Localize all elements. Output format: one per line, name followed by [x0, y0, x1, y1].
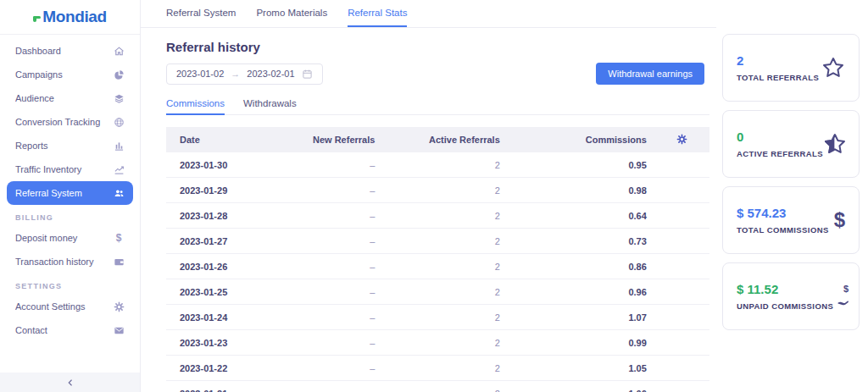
cell-active-referrals: 2	[383, 203, 508, 229]
sidebar-item-deposit-money[interactable]: Deposit money $	[7, 226, 133, 250]
sidebar-section-settings: SETTINGS	[7, 273, 133, 295]
table-row: 2023-01-27 – 2 0.73	[166, 229, 709, 254]
cell-commissions: 0.64	[509, 203, 655, 229]
subtab-withdrawals[interactable]: Withdrawals	[243, 93, 297, 115]
hand-dollar-icon: $	[833, 284, 854, 308]
table-header-row: Date New Referrals Active Referrals Comm…	[166, 127, 709, 152]
cell-new-referrals: –	[275, 254, 383, 279]
globe-icon	[113, 117, 125, 128]
calendar-icon	[302, 69, 313, 80]
cell-empty	[655, 178, 709, 203]
sidebar-item-conversion-tracking[interactable]: Conversion Tracking	[7, 110, 133, 134]
mondiad-logo[interactable]: Mondiad	[0, 0, 140, 35]
tab-promo-materials[interactable]: Promo Materials	[256, 0, 327, 27]
withdrawal-earnings-button[interactable]: Withdrawal earnings	[596, 63, 704, 85]
cell-new-referrals: –	[275, 229, 383, 254]
sidebar-item-contact[interactable]: Contact	[7, 318, 133, 342]
referral-history-section: Referral history 2023-01-02 → 2023-02-01…	[141, 28, 716, 392]
stat-value: 0	[737, 130, 823, 144]
toolbar: 2023-01-02 → 2023-02-01 Withdrawal earni…	[166, 63, 709, 85]
cell-empty	[655, 305, 709, 330]
tab-referral-system[interactable]: Referral System	[166, 0, 236, 27]
cell-commissions: 1.07	[509, 305, 655, 330]
dollar-sign-icon: $	[834, 208, 845, 232]
star-half-icon	[823, 132, 847, 156]
cell-date: 2023-01-22	[166, 356, 275, 381]
tab-referral-stats[interactable]: Referral Stats	[348, 0, 407, 27]
cell-date: 2023-01-25	[166, 279, 275, 305]
cell-empty	[655, 381, 709, 392]
stat-label: ACTIVE REFERRALS	[737, 149, 823, 158]
date-range-picker[interactable]: 2023-01-02 → 2023-02-01	[166, 63, 323, 85]
sidebar: Mondiad Dashboard Campaigns Audience Con…	[0, 0, 141, 392]
cell-commissions: 0.86	[509, 254, 655, 279]
cell-new-referrals: –	[275, 279, 383, 305]
table-row: 2023-01-22 – 2 1.05	[166, 356, 709, 381]
sidebar-collapse-button[interactable]	[0, 373, 140, 392]
sidebar-item-account-settings[interactable]: Account Settings	[7, 295, 133, 318]
cell-active-referrals: 2	[383, 152, 508, 178]
sidebar-item-transaction-history[interactable]: Transaction history	[7, 250, 133, 273]
cell-date: 2023-01-27	[166, 229, 275, 254]
column-header-settings	[655, 127, 709, 152]
cell-active-referrals: 2	[383, 381, 508, 392]
stat-card-total-commissions: $ 574.23 TOTAL COMMISSIONS $	[722, 186, 860, 254]
column-header-date: Date	[166, 127, 275, 152]
sidebar-item-label: Referral System	[15, 188, 113, 198]
sidebar-item-label: Account Settings	[15, 301, 113, 312]
cell-date: 2023-01-29	[166, 178, 275, 203]
cell-commissions: 1.05	[509, 356, 655, 381]
sidebar-item-audience[interactable]: Audience	[7, 86, 133, 110]
cell-active-referrals: 2	[383, 254, 508, 279]
table-row: 2023-01-24 – 2 1.07	[166, 305, 709, 330]
bar-chart-icon	[113, 141, 125, 152]
table-row: 2023-01-26 – 2 0.86	[166, 254, 709, 279]
cell-empty	[655, 229, 709, 254]
column-header-new-referrals: New Referrals	[275, 127, 383, 152]
cell-active-referrals: 2	[383, 279, 508, 305]
cell-new-referrals: –	[275, 356, 383, 381]
subtab-commissions[interactable]: Commissions	[166, 93, 225, 115]
sidebar-section-billing: BILLING	[7, 205, 133, 226]
commissions-table: Date New Referrals Active Referrals Comm…	[166, 127, 709, 392]
cell-empty	[655, 203, 709, 229]
hand-dollar-sign: $	[843, 284, 849, 294]
sidebar-item-label: Contact	[15, 325, 113, 335]
sub-tab-bar: Commissions Withdrawals	[166, 93, 709, 115]
table-row: 2023-01-28 – 2 0.64	[166, 203, 709, 229]
cell-active-referrals: 2	[383, 305, 508, 330]
sidebar-item-label: Transaction history	[15, 257, 113, 267]
sidebar-item-label: Conversion Tracking	[15, 117, 113, 127]
cell-date: 2023-01-21	[166, 381, 275, 392]
page-title: Referral history	[166, 40, 709, 54]
star-outline-icon	[821, 56, 845, 80]
column-header-commissions: Commissions	[509, 127, 655, 152]
line-chart-icon	[113, 164, 125, 175]
stat-value: 2	[737, 53, 819, 68]
sidebar-item-reports[interactable]: Reports	[7, 134, 133, 157]
cell-active-referrals: 2	[383, 356, 508, 381]
stat-info: $ 574.23 TOTAL COMMISSIONS	[737, 206, 829, 235]
users-icon	[113, 188, 125, 199]
stat-card-unpaid-commissions: $ 11.52 UNPAID COMMISSIONS $	[722, 262, 860, 330]
cell-empty	[655, 152, 709, 178]
cell-date: 2023-01-26	[166, 254, 275, 279]
table-row: 2023-01-30 – 2 0.95	[166, 152, 709, 178]
sidebar-nav: Dashboard Campaigns Audience Conversion …	[0, 35, 140, 373]
stat-card-active-referrals: 0 ACTIVE REFERRALS	[722, 110, 860, 178]
cell-new-referrals: –	[275, 152, 383, 178]
sidebar-item-dashboard[interactable]: Dashboard	[7, 39, 133, 63]
home-icon	[113, 46, 125, 57]
sidebar-item-referral-system[interactable]: Referral System	[7, 181, 133, 205]
cell-commissions: 1.06	[509, 381, 655, 392]
table-settings-button[interactable]	[676, 134, 687, 145]
layers-icon	[113, 93, 125, 104]
sidebar-item-traffic-inventory[interactable]: Traffic Inventory	[7, 157, 133, 181]
stat-label: TOTAL COMMISSIONS	[737, 225, 829, 235]
cell-new-referrals: –	[275, 305, 383, 330]
stat-value: $ 574.23	[737, 206, 829, 220]
sidebar-item-campaigns[interactable]: Campaigns	[7, 63, 133, 86]
cell-date: 2023-01-30	[166, 152, 275, 178]
cell-commissions: 0.73	[509, 229, 655, 254]
arrow-right-icon: →	[231, 69, 240, 79]
